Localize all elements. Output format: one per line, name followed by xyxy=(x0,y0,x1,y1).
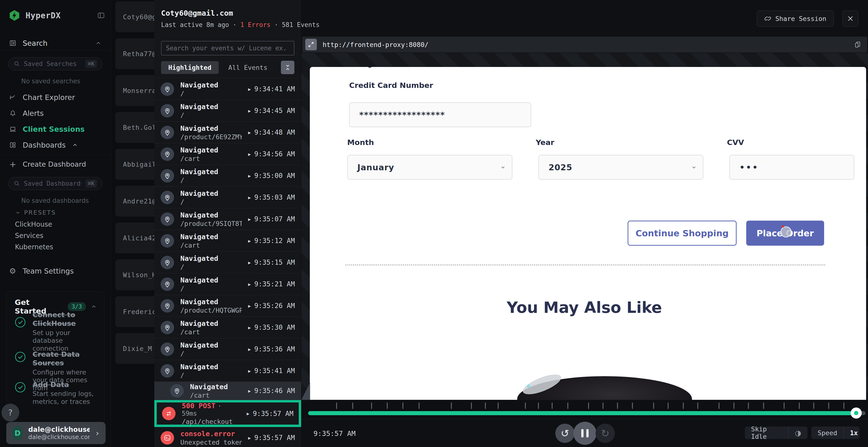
event-time[interactable]: ▶ 9:35:36 AM xyxy=(248,345,295,353)
checklist-item[interactable]: Connect to ClickHouse Set up your databa… xyxy=(15,310,99,353)
copy-icon[interactable] xyxy=(854,41,864,48)
sidebar-item-alerts[interactable]: Alerts xyxy=(0,106,111,121)
collapse-vertical-icon[interactable] xyxy=(281,61,294,74)
sidebar-item-dashboards[interactable]: Dashboards xyxy=(0,138,111,152)
event-row[interactable]: Navigated · / ▶ 9:35:41 AM xyxy=(154,360,301,382)
event-title: 500 POST xyxy=(182,402,216,410)
rewind-button[interactable]: ↺ xyxy=(555,424,575,443)
chevron-up-icon[interactable] xyxy=(95,40,101,46)
event-row[interactable]: Navigated · / ▶ 9:34:41 AM xyxy=(154,78,301,100)
create-dashboard-button[interactable]: + Create Dashboard xyxy=(0,157,111,171)
event-detail: / xyxy=(180,372,242,379)
cvv-input[interactable]: ••• xyxy=(730,155,854,180)
checklist-item[interactable]: Add Data Start sending logs, metrics, or… xyxy=(15,380,99,406)
event-search-box[interactable] xyxy=(161,41,294,56)
event-time[interactable]: ▶ 9:34:48 AM xyxy=(248,128,295,136)
event-search-input[interactable] xyxy=(161,41,294,55)
tab-all-events[interactable]: All Events xyxy=(221,61,275,74)
close-icon[interactable] xyxy=(842,10,858,27)
no-saved-searches: No saved searches xyxy=(21,77,80,85)
event-row[interactable]: Navigated · / ▶ 9:35:00 AM xyxy=(154,165,301,187)
event-row[interactable]: Navigated · /product/6E92ZMYYFZ ▶ 9:34:4… xyxy=(154,122,301,143)
event-row[interactable]: console.error · Unexpected token 'I'… ▶ … xyxy=(154,427,301,447)
help-button[interactable]: ? xyxy=(1,404,19,421)
checklist-item-title: Connect to ClickHouse xyxy=(33,310,99,328)
create-dashboard-label: Create Dashboard xyxy=(23,160,86,168)
search-icon xyxy=(14,61,20,67)
event-time[interactable]: ▶ 9:35:46 AM xyxy=(248,387,295,395)
timeline-tick xyxy=(485,403,486,409)
pause-button[interactable] xyxy=(574,422,596,445)
event-row[interactable]: Navigated · / ▶ 9:34:45 AM xyxy=(154,100,301,122)
event-row[interactable]: Navigated · / ▶ 9:35:36 AM xyxy=(154,338,301,360)
event-detail: / xyxy=(180,263,242,271)
play-icon: ▶ xyxy=(248,173,251,178)
event-time[interactable]: ▶ 9:35:57 AM xyxy=(248,434,295,442)
expand-icon[interactable] xyxy=(305,39,317,50)
year-select[interactable]: 2025 xyxy=(538,155,703,180)
event-row[interactable]: Navigated · /product/9SIQT8TOJO ▶ 9:35:0… xyxy=(154,208,301,230)
sidebar-item-team-settings[interactable]: ⚙ Team Settings xyxy=(0,264,111,278)
event-row[interactable]: 500 POST · 59ms /api/checkout ▶ 9:35:57 … xyxy=(154,400,301,427)
replay-header: Share Session xyxy=(301,0,868,36)
timeline-tick xyxy=(602,403,603,409)
chevron-up-icon[interactable] xyxy=(72,142,78,148)
gear-icon: ⚙ xyxy=(9,266,17,276)
sidebar-section-search[interactable]: Search xyxy=(0,36,111,50)
event-row[interactable]: Navigated · / ▶ 9:35:15 AM xyxy=(154,252,301,273)
event-time[interactable]: ▶ 9:35:21 AM xyxy=(248,280,295,288)
timeline-track[interactable] xyxy=(308,411,866,415)
event-time[interactable]: ▶ 9:35:07 AM xyxy=(248,215,295,223)
sidebar-item-client-sessions[interactable]: Client Sessions xyxy=(0,122,111,136)
event-time[interactable]: ▶ 9:34:41 AM xyxy=(248,85,295,93)
event-time[interactable]: ▶ 9:35:00 AM xyxy=(248,172,295,180)
event-time[interactable]: ▶ 9:34:45 AM xyxy=(248,107,295,115)
saved-dashboards-input[interactable] xyxy=(24,180,82,187)
presets-toggle[interactable]: PRESETS xyxy=(15,209,56,216)
timeline-playhead[interactable] xyxy=(850,408,862,419)
chevron-up-icon[interactable] xyxy=(91,304,97,310)
session-email: Coty60@gmail.com xyxy=(161,9,233,18)
event-row[interactable]: Navigated · /cart ▶ 9:35:30 AM xyxy=(154,317,301,338)
speed-button[interactable]: Speed 1x xyxy=(811,426,860,439)
user-menu[interactable]: D dale@clickhouse.com dale@clickhouse.co… xyxy=(6,422,105,444)
event-time[interactable]: ▶ 9:34:56 AM xyxy=(248,150,295,158)
sidebar-collapse-icon[interactable] xyxy=(97,12,105,19)
event-row[interactable]: Navigated · /cart ▶ 9:35:46 AM xyxy=(154,382,301,400)
event-row[interactable]: Navigated · /cart ▶ 9:35:12 AM xyxy=(154,230,301,252)
preset-dashboard-item[interactable]: Services xyxy=(15,232,43,240)
event-time[interactable]: ▶ 9:35:26 AM xyxy=(248,302,295,310)
event-time[interactable]: ▶ 9:35:30 AM xyxy=(248,323,295,332)
event-time[interactable]: ▶ 9:35:12 AM xyxy=(248,237,295,245)
saved-searches-input[interactable] xyxy=(24,60,82,67)
event-time[interactable]: ▶ 9:35:57 AM xyxy=(247,410,293,418)
event-icon xyxy=(161,256,174,269)
month-select[interactable]: January xyxy=(347,155,513,180)
event-time[interactable]: ▶ 9:35:03 AM xyxy=(248,194,295,201)
event-time[interactable]: ▶ 9:35:41 AM xyxy=(248,367,295,375)
event-row[interactable]: Navigated · /product/HQTGWGPNH4 ▶ 9:35:2… xyxy=(154,295,301,317)
continue-shopping-button[interactable]: Continue Shopping xyxy=(628,220,737,246)
forward-button[interactable]: ↻ xyxy=(595,424,615,443)
event-detail: Unexpected token 'I'… xyxy=(180,439,242,446)
event-text: Navigated · / xyxy=(180,341,242,357)
replay-stage: Payment Method Credit Card Number ******… xyxy=(301,53,868,400)
event-row[interactable]: Navigated · / ▶ 9:35:21 AM xyxy=(154,273,301,295)
card-number-input[interactable]: ****************** xyxy=(349,102,531,127)
share-session-button[interactable]: Share Session xyxy=(757,10,834,27)
saved-dashboards-box[interactable]: ⌘K xyxy=(8,177,102,190)
preset-dashboard-item[interactable]: Kubernetes xyxy=(15,243,53,251)
tab-highlighted[interactable]: Highlighted xyxy=(161,61,219,74)
saved-searches-box[interactable]: ⌘K xyxy=(8,57,102,70)
event-row[interactable]: Navigated · /cart ▶ 9:34:56 AM xyxy=(154,143,301,165)
cvv-label: CVV xyxy=(727,138,744,147)
event-title: Navigated xyxy=(180,146,218,154)
avatar: D xyxy=(12,426,23,440)
event-time[interactable]: ▶ 9:35:15 AM xyxy=(248,259,295,266)
share-session-label: Share Session xyxy=(775,15,826,23)
sidebar-item-chart-explorer[interactable]: Chart Explorer xyxy=(0,90,111,105)
event-row[interactable]: Navigated · / ▶ 9:35:03 AM xyxy=(154,187,301,208)
skip-idle-button[interactable]: Skip Idle ◑ xyxy=(745,426,807,439)
preset-dashboard-item[interactable]: ClickHouse xyxy=(15,220,52,228)
timeline-tick xyxy=(617,403,618,409)
